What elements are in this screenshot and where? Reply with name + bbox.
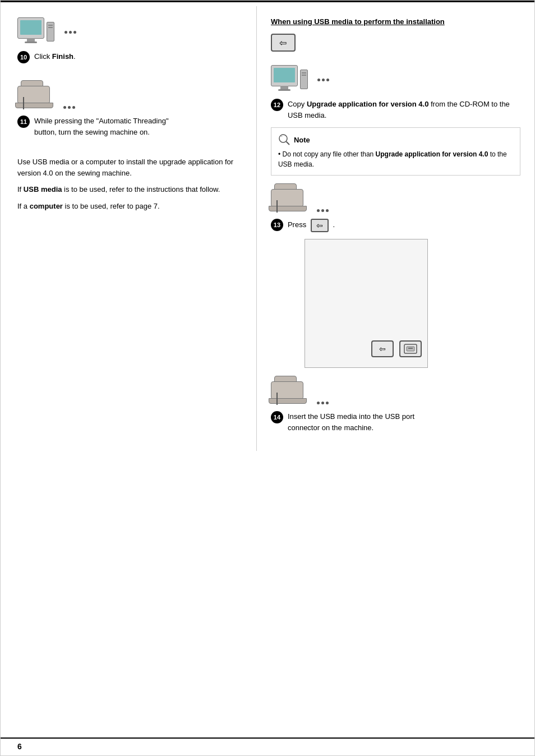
para2: If USB media is to be used, refer to the… bbox=[17, 184, 242, 195]
svg-line-2 bbox=[282, 136, 282, 137]
note-content: • Do not copy any file other than Upgrad… bbox=[278, 149, 513, 169]
step10-text: Click Finish. bbox=[34, 51, 242, 62]
left-column: 10 Click Finish. bbox=[1, 6, 257, 451]
screen-panel-wrapper: ⇦ bbox=[288, 239, 520, 368]
step14-circle: 14 bbox=[271, 411, 283, 423]
sewing-machine-icon bbox=[17, 80, 57, 111]
top-border bbox=[1, 1, 534, 2]
step14-line1: Insert the USB media into the USB port bbox=[288, 412, 414, 421]
bottom-border bbox=[1, 737, 534, 739]
step14-illustration bbox=[271, 376, 520, 407]
note-box: Note • Do not copy any file other than U… bbox=[271, 127, 520, 176]
step13-text: Press ⇦ . bbox=[288, 219, 520, 232]
step10-illustration bbox=[17, 17, 242, 47]
screen-panel-buttons: ⇦ bbox=[371, 340, 422, 357]
monitor-icon bbox=[17, 17, 49, 47]
step14-machine-icon bbox=[271, 376, 310, 407]
step11-text: While pressing the "Automatic Threading"… bbox=[34, 116, 242, 137]
right-column: When using USB media to perform the inst… bbox=[257, 6, 534, 451]
step11-illustration bbox=[17, 80, 242, 111]
page-wrapper: 10 Click Finish. bbox=[0, 0, 535, 756]
screen-back-button[interactable]: ⇦ bbox=[371, 340, 394, 357]
usb-top-icon: ⇦ bbox=[271, 34, 296, 52]
step11-row: 11 While pressing the "Automatic Threadi… bbox=[17, 116, 242, 137]
step14-dots bbox=[317, 402, 329, 404]
usb-top-icon-wrapper: ⇦ bbox=[271, 34, 520, 52]
step13-circle: 13 bbox=[271, 219, 283, 231]
step13-dots bbox=[317, 209, 329, 212]
note-header: Note bbox=[278, 133, 513, 146]
step12-text: Copy Upgrade application for version 4.0… bbox=[288, 99, 520, 121]
step10-suffix: . bbox=[73, 52, 76, 61]
svg-line-1 bbox=[286, 142, 289, 145]
step13-machine-icon bbox=[271, 183, 310, 214]
step13-usb-button[interactable]: ⇦ bbox=[311, 219, 329, 232]
step11-line1: While pressing the "Automatic Threading" bbox=[34, 117, 169, 125]
step13-row: 13 Press ⇦ . bbox=[271, 219, 520, 232]
step12-circle: 12 bbox=[271, 99, 283, 111]
screen-panel: ⇦ bbox=[305, 239, 428, 368]
step10-dots bbox=[64, 31, 76, 34]
step12-dots bbox=[317, 79, 329, 81]
para3: If a computer is to be used, refer to pa… bbox=[17, 201, 242, 212]
step14-line2: connector on the machine. bbox=[288, 423, 373, 432]
step12-illustration bbox=[271, 65, 520, 94]
step12-row: 12 Copy Upgrade application for version … bbox=[271, 99, 520, 121]
step11-dots bbox=[63, 106, 75, 109]
note-title: Note bbox=[294, 136, 310, 144]
svg-rect-4 bbox=[407, 347, 414, 351]
step10-row: 10 Click Finish. bbox=[17, 51, 242, 63]
step14-text: Insert the USB media into the USB port c… bbox=[288, 411, 520, 433]
section-heading: When using USB media to perform the inst… bbox=[271, 17, 520, 26]
page-number: 6 bbox=[17, 742, 22, 751]
step10-bold: Finish bbox=[52, 52, 73, 61]
step14-row: 14 Insert the USB media into the USB por… bbox=[271, 411, 520, 433]
svg-point-0 bbox=[279, 135, 287, 142]
screen-usb-button[interactable] bbox=[399, 340, 422, 357]
step10-prefix: Click bbox=[34, 52, 52, 61]
step11-line2: button, turn the sewing machine on. bbox=[34, 128, 150, 136]
step13-illustration bbox=[271, 183, 520, 214]
content-area: 10 Click Finish. bbox=[1, 1, 534, 451]
step11-circle: 11 bbox=[17, 116, 30, 128]
step10-circle: 10 bbox=[17, 51, 30, 63]
note-icon bbox=[278, 133, 290, 146]
step12-computer-icon bbox=[271, 65, 310, 94]
para1: Use USB media or a computer to install t… bbox=[17, 156, 242, 178]
